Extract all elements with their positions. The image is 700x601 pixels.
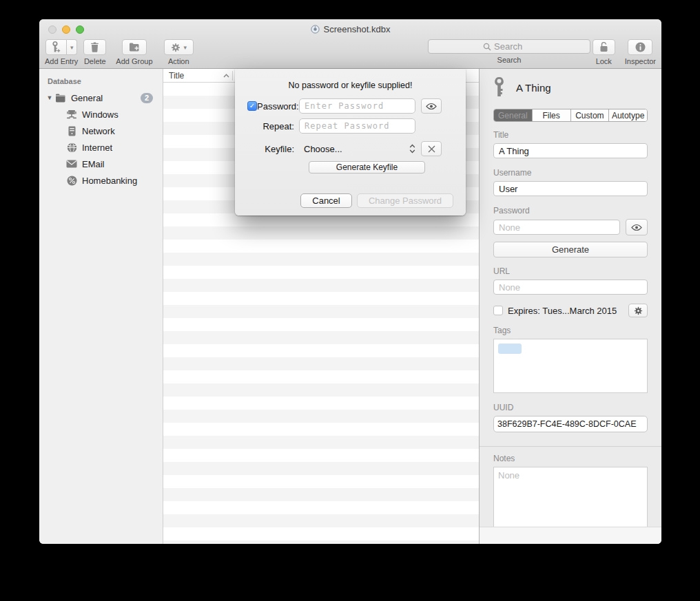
unlock-icon <box>599 42 608 52</box>
app-window: Screenshot.kdbx <box>39 19 661 544</box>
add-entry-button[interactable] <box>45 39 67 55</box>
inspector-button[interactable] <box>628 39 652 55</box>
dialog-buttons: Cancel Change Password <box>300 193 453 208</box>
sidebar-item-label: Network <box>82 126 163 136</box>
percent-icon <box>65 175 78 186</box>
expires-settings-button[interactable] <box>628 304 648 317</box>
delete-toolbar-item: Delete <box>83 39 106 65</box>
delete-label: Delete <box>84 57 106 65</box>
key-icon <box>493 77 505 98</box>
chevron-down-icon: ▾ <box>184 44 187 51</box>
trash-icon <box>90 42 99 52</box>
enter-password-input[interactable] <box>299 98 415 114</box>
generate-password-button[interactable]: Generate <box>493 242 648 257</box>
uuid-field-label: UUID <box>493 403 648 412</box>
add-group-toolbar-item: Add Group <box>116 39 152 65</box>
keyfile-select[interactable]: Choose... <box>299 144 415 154</box>
window-title: Screenshot.kdbx <box>324 24 391 34</box>
gear-icon <box>171 43 181 52</box>
entry-count-badge: 2 <box>141 93 153 103</box>
cancel-button[interactable]: Cancel <box>300 193 352 208</box>
server-icon <box>65 125 78 136</box>
toolbar: ▾ Add Entry Delete <box>45 39 656 67</box>
toolbar-left-group: ▾ Add Entry Delete <box>45 39 194 65</box>
reveal-password-button[interactable] <box>626 219 648 235</box>
sidebar-item-label: EMail <box>82 159 163 169</box>
inspector-label: Inspector <box>625 57 656 65</box>
tab-autotype[interactable]: Autotype <box>608 109 647 121</box>
password-field-label: Password <box>493 206 648 215</box>
repeat-password-input[interactable] <box>299 118 415 134</box>
window-title-area: Screenshot.kdbx <box>39 24 661 34</box>
search-input[interactable] <box>494 41 535 52</box>
tab-custom[interactable]: Custom <box>570 109 609 121</box>
password-field[interactable] <box>493 220 620 235</box>
inspector-tabs: General Files Custom Autotype <box>493 109 648 122</box>
search-label: Search <box>497 56 522 64</box>
close-x-icon <box>428 145 435 153</box>
column-header-title[interactable]: Title <box>163 71 232 81</box>
info-icon <box>635 42 646 52</box>
tab-general[interactable]: General <box>494 109 532 121</box>
sidebar-item-windows[interactable]: Windows <box>39 106 163 123</box>
keyfile-label: Keyfile: <box>257 144 299 154</box>
sidebar-item-email[interactable]: EMail <box>39 156 163 172</box>
username-field-label: Username <box>493 168 648 178</box>
action-label: Action <box>168 57 189 65</box>
url-field-label: URL <box>493 266 648 276</box>
expires-label: Expires: Tues...March 2015 <box>508 306 624 316</box>
inspector-footer <box>480 527 661 544</box>
tag-token[interactable] <box>498 344 522 354</box>
delete-button[interactable] <box>83 39 106 55</box>
tab-files[interactable]: Files <box>532 109 570 121</box>
change-password-button[interactable]: Change Password <box>357 193 453 208</box>
sidebar: Database ▼ General 2 <box>39 69 163 544</box>
keyfile-row: Keyfile: Choose... <box>247 141 453 156</box>
clear-keyfile-button[interactable] <box>421 141 442 156</box>
sidebar-item-network[interactable]: Network <box>39 123 163 139</box>
title-field-label: Title <box>493 130 648 140</box>
username-field[interactable] <box>493 181 648 196</box>
add-entry-dropdown-button[interactable]: ▾ <box>67 39 78 55</box>
globe-icon <box>65 142 78 153</box>
sidebar-item-label: Homebanking <box>82 176 163 186</box>
lock-button[interactable] <box>593 39 615 55</box>
lock-label: Lock <box>596 57 612 65</box>
sidebar-item-internet[interactable]: Internet <box>39 139 163 156</box>
title-field[interactable] <box>493 143 648 158</box>
generate-keyfile-button[interactable]: Generate Keyfile <box>309 161 425 173</box>
add-entry-label: Add Entry <box>45 57 78 65</box>
expires-row: Expires: Tues...March 2015 <box>493 304 648 317</box>
action-toolbar-item: ▾ Action <box>164 39 194 65</box>
search-toolbar-item: Search <box>428 39 590 64</box>
password-checkbox[interactable]: ✓ <box>247 101 257 111</box>
action-button[interactable]: ▾ <box>164 39 194 55</box>
entry-title: A Thing <box>516 82 551 94</box>
add-group-button[interactable] <box>122 39 147 55</box>
inspector-panel: A Thing General Files Custom Autotype Ti… <box>479 69 661 544</box>
keyfile-value: Choose... <box>299 144 409 154</box>
sidebar-item-general[interactable]: ▼ General 2 <box>39 89 163 106</box>
reveal-password-button[interactable] <box>421 98 442 114</box>
desktop: Screenshot.kdbx <box>0 0 700 601</box>
repeat-label: Repeat: <box>257 121 299 131</box>
password-row: ✓ Password: <box>247 98 453 114</box>
change-password-dialog: No password or keyfile supplied! ✓ Passw… <box>235 69 466 215</box>
tags-field[interactable] <box>493 339 648 393</box>
folder-icon <box>54 92 67 103</box>
url-field[interactable] <box>493 280 648 295</box>
disclosure-triangle-icon[interactable]: ▼ <box>45 94 54 101</box>
titlebar-toolbar: Screenshot.kdbx <box>39 19 661 69</box>
windows-icon <box>65 109 78 120</box>
eye-icon <box>631 224 642 231</box>
tags-field-label: Tags <box>493 326 648 335</box>
notes-field[interactable] <box>493 467 648 531</box>
expires-checkbox[interactable] <box>493 306 503 315</box>
sidebar-item-label: Windows <box>82 109 163 120</box>
uuid-field[interactable] <box>493 416 648 432</box>
search-field[interactable] <box>428 39 590 54</box>
gear-icon <box>634 306 643 315</box>
sidebar-item-homebanking[interactable]: Homebanking <box>39 172 163 189</box>
password-label: Password: <box>257 101 299 112</box>
add-group-label: Add Group <box>116 57 152 65</box>
